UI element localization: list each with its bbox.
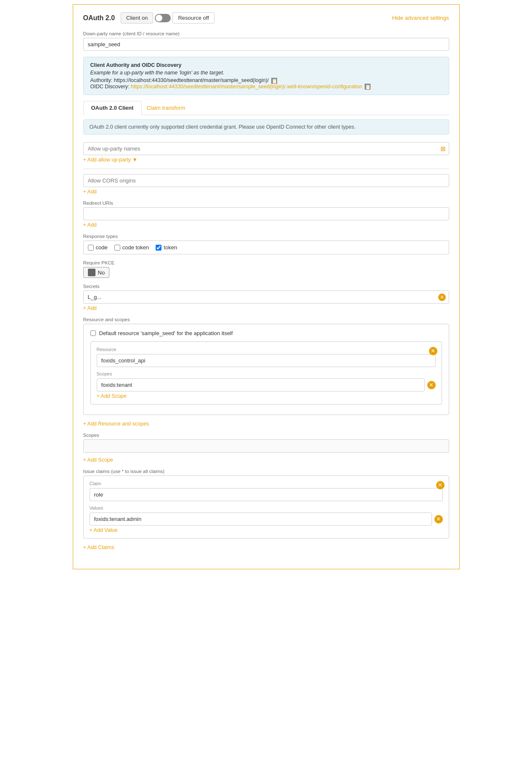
add-secrets-link[interactable]: + Add xyxy=(83,305,97,311)
scope-input[interactable] xyxy=(97,378,425,391)
claims-section-label: Issue claims (use * to issue all claims) xyxy=(83,469,449,474)
pkce-value: No xyxy=(98,270,105,276)
toggle-group: Client on Resource off xyxy=(121,12,214,24)
client-on-button[interactable]: Client on xyxy=(121,12,153,24)
scope-remove-icon[interactable]: ✕ xyxy=(427,381,436,389)
add-claims-link[interactable]: + Add Claims xyxy=(83,544,114,550)
secrets-section: Secrets ✕ + Add xyxy=(83,284,449,311)
claim-values-row: ✕ xyxy=(90,513,443,526)
resource-scopes-section: Resource and scopes Default resource 'sa… xyxy=(83,317,449,427)
claim-input[interactable] xyxy=(90,488,443,501)
scopes-label: Scopes xyxy=(97,371,436,376)
info-box-authority-row: Authority: https://localhost:44330/seedt… xyxy=(90,77,442,84)
claim-value-remove-icon[interactable]: ✕ xyxy=(434,515,443,523)
info-box-oidc-row: OIDC Discovery: https://localhost:44330/… xyxy=(90,84,442,90)
oauth-title: OAuth 2.0 xyxy=(83,14,115,22)
divider-1 xyxy=(83,169,449,169)
secrets-label: Secrets xyxy=(83,284,449,289)
redirect-uris-input[interactable] xyxy=(83,207,449,220)
resource-scopes-label: Resource and scopes xyxy=(83,317,449,322)
code-token-label: code token xyxy=(122,244,149,251)
add-allow-up-party-link[interactable]: + Add allow up-party ▼ xyxy=(83,157,138,163)
claim-label: Claim xyxy=(90,481,443,486)
response-types-section: Response types code code token token xyxy=(83,234,449,254)
code-token-checkbox[interactable] xyxy=(114,245,120,251)
require-pkce-row: No xyxy=(83,267,449,278)
claim-value-input[interactable] xyxy=(90,513,432,526)
add-redirect-link[interactable]: + Add xyxy=(83,222,97,228)
allow-cors-section: + Add xyxy=(83,174,449,195)
response-types-label: Response types xyxy=(83,234,449,239)
default-resource-row: Default resource 'sample_seed' for the a… xyxy=(90,330,442,336)
add-value-link[interactable]: + Add Value xyxy=(90,527,118,533)
redirect-uris-section: Redirect URIs + Add xyxy=(83,201,449,228)
top-bar: OAuth 2.0 Client on Resource off Hide ad… xyxy=(83,12,449,24)
down-party-input[interactable] xyxy=(83,38,449,51)
response-type-code[interactable]: code xyxy=(88,244,108,251)
claims-section: Issue claims (use * to issue all claims)… xyxy=(83,469,449,550)
claim-remove-icon[interactable]: ✕ xyxy=(436,480,445,489)
resource-scopes-box: Default resource 'sample_seed' for the a… xyxy=(83,324,449,415)
info-box: Client Authority and OIDC Discovery Exam… xyxy=(83,57,449,95)
resource-input[interactable] xyxy=(97,354,436,367)
down-party-label: Down-party name (client ID / resource na… xyxy=(83,31,449,36)
add-scope-link[interactable]: + Add Scope xyxy=(97,393,127,399)
default-resource-label: Default resource 'sample_seed' for the a… xyxy=(99,330,233,336)
top-bar-left: OAuth 2.0 Client on Resource off xyxy=(83,12,214,24)
scope-input-row: ✕ xyxy=(97,378,436,391)
default-resource-checkbox[interactable] xyxy=(90,330,96,336)
values-label: Values xyxy=(90,505,443,510)
add-cors-link[interactable]: + Add xyxy=(83,189,97,195)
response-type-token[interactable]: token xyxy=(156,244,177,251)
tab-oauth-client[interactable]: OAuth 2.0 Client xyxy=(83,101,142,115)
oidc-url[interactable]: https://localhost:44330/seedtesttenant/m… xyxy=(131,84,362,90)
claim-box: ✕ Claim Values ✕ + Add Value xyxy=(83,476,449,539)
scopes-section: Scopes + Add Scope xyxy=(83,433,449,463)
resource-inner-box: ✕ Resource Scopes ✕ + Add Scope xyxy=(90,341,442,404)
tab-claim-transform[interactable]: Claim transform xyxy=(142,101,193,114)
toggle-switch[interactable] xyxy=(155,14,171,22)
oidc-copy-icon[interactable]: 📋 xyxy=(365,84,371,90)
allow-up-party-clear-icon[interactable]: ⊠ xyxy=(440,145,446,153)
secrets-clear-icon[interactable]: ✕ xyxy=(438,293,446,301)
tabs-row: OAuth 2.0 Client Claim transform xyxy=(83,101,449,115)
token-label: token xyxy=(164,244,177,251)
require-pkce-section: Require PKCE No xyxy=(83,260,449,278)
allow-up-party-input[interactable] xyxy=(83,142,449,155)
authority-label: Authority: xyxy=(90,77,113,83)
allow-up-party-input-row: ⊠ xyxy=(83,142,449,155)
add-resource-link[interactable]: + Add Resource and scopes xyxy=(83,421,149,427)
token-checkbox[interactable] xyxy=(156,245,161,251)
pkce-switch-rect xyxy=(88,269,95,276)
allow-cors-input[interactable] xyxy=(83,174,449,187)
secrets-input[interactable] xyxy=(83,291,449,304)
code-checkbox[interactable] xyxy=(88,245,94,251)
response-type-code-token[interactable]: code token xyxy=(114,244,149,251)
down-party-name-section: Down-party name (client ID / resource na… xyxy=(83,31,449,51)
add-scope-section-link[interactable]: + Add Scope xyxy=(83,457,113,463)
main-container: OAuth 2.0 Client on Resource off Hide ad… xyxy=(73,4,460,569)
scopes-section-label: Scopes xyxy=(83,433,449,438)
code-label: code xyxy=(96,244,108,251)
hide-advanced-link[interactable]: Hide advanced settings xyxy=(392,15,449,21)
resource-remove-icon[interactable]: ✕ xyxy=(429,346,437,355)
authority-copy-icon[interactable]: 📋 xyxy=(271,78,277,84)
response-types-group: code code token token xyxy=(83,240,449,254)
scopes-input-area xyxy=(83,439,449,453)
secrets-input-row: ✕ xyxy=(83,291,449,304)
allow-up-party-section: ⊠ + Add allow up-party ▼ xyxy=(83,142,449,163)
resource-label: Resource xyxy=(97,347,436,352)
pkce-toggle[interactable]: No xyxy=(83,267,110,278)
oidc-label: OIDC Discovery: xyxy=(90,84,130,90)
alert-box: OAuth 2.0 client currently only supporte… xyxy=(83,119,449,135)
info-box-italic: Example for a up-party with the name 'lo… xyxy=(90,70,442,76)
authority-url: https://localhost:44330/seedtesttenant/m… xyxy=(114,77,269,83)
info-box-title: Client Authority and OIDC Discovery xyxy=(90,62,442,68)
redirect-uris-label: Redirect URIs xyxy=(83,201,449,206)
resource-off-button[interactable]: Resource off xyxy=(172,12,214,24)
require-pkce-label: Require PKCE xyxy=(83,260,449,265)
toggle-knob xyxy=(156,15,162,21)
